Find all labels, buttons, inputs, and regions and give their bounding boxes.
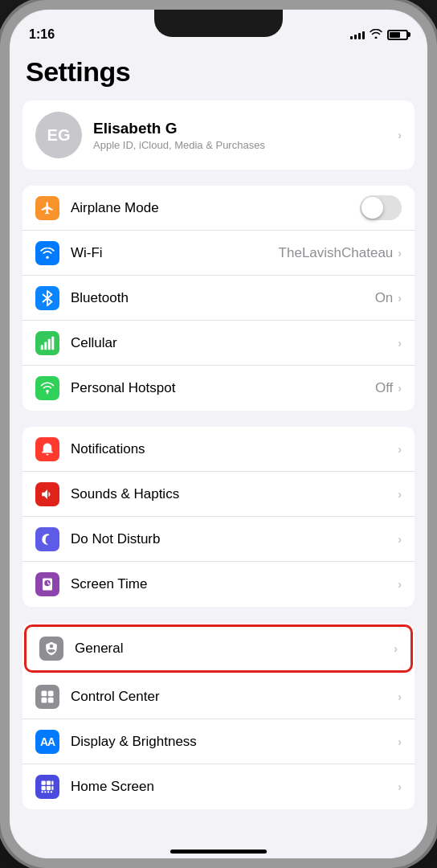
svg-rect-11 xyxy=(51,781,53,785)
screentime-chevron: › xyxy=(398,578,402,591)
wifi-chevron: › xyxy=(398,247,402,260)
display-icon: AA xyxy=(35,730,59,754)
dnd-icon xyxy=(35,527,59,551)
svg-rect-18 xyxy=(51,791,52,792)
svg-rect-0 xyxy=(41,345,43,350)
svg-rect-14 xyxy=(51,786,53,790)
svg-rect-5 xyxy=(42,690,47,696)
profile-chevron: › xyxy=(398,129,402,141)
bluetooth-label: Bluetooth xyxy=(71,290,375,306)
homescreen-icon xyxy=(35,775,59,799)
airplane-mode-row[interactable]: Airplane Mode xyxy=(22,186,415,231)
bluetooth-row[interactable]: Bluetooth On › xyxy=(22,276,415,321)
wifi-status-icon xyxy=(370,28,382,41)
controlcenter-row[interactable]: Control Center › xyxy=(22,674,415,719)
hotspot-label: Personal Hotspot xyxy=(71,380,375,396)
dnd-chevron: › xyxy=(398,533,402,546)
general-row[interactable]: General › xyxy=(24,624,413,673)
home-indicator xyxy=(10,839,427,858)
hotspot-row[interactable]: Personal Hotspot Off › xyxy=(22,366,415,411)
wifi-row[interactable]: Wi-Fi TheLavishChateau › xyxy=(22,231,415,276)
airplane-mode-icon xyxy=(35,196,59,220)
screen: 1:16 xyxy=(10,10,427,858)
profile-section: EG Elisabeth G Apple ID, iCloud, Media &… xyxy=(22,100,415,170)
notifications-icon xyxy=(35,437,59,461)
screentime-icon xyxy=(35,572,59,596)
cellular-icon xyxy=(35,331,59,355)
svg-rect-17 xyxy=(47,791,49,792)
svg-rect-7 xyxy=(42,697,47,702)
svg-rect-13 xyxy=(47,786,51,790)
home-bar xyxy=(170,850,267,854)
controlcenter-label: Control Center xyxy=(71,689,396,705)
svg-rect-15 xyxy=(42,791,43,792)
svg-rect-1 xyxy=(44,342,47,350)
controlcenter-icon xyxy=(35,685,59,709)
homescreen-label: Home Screen xyxy=(71,779,396,795)
dnd-label: Do Not Disturb xyxy=(71,531,396,547)
general-icon xyxy=(39,637,63,661)
system-section: General › Control Center › xyxy=(22,623,415,809)
notifications-section: Notifications › Sounds & Haptics › xyxy=(22,427,415,607)
profile-row[interactable]: EG Elisabeth G Apple ID, iCloud, Media &… xyxy=(22,100,415,170)
hotspot-icon xyxy=(35,376,59,400)
display-chevron: › xyxy=(398,735,402,748)
svg-rect-9 xyxy=(42,781,46,785)
profile-subtitle: Apple ID, iCloud, Media & Purchases xyxy=(93,139,396,151)
profile-info: Elisabeth G Apple ID, iCloud, Media & Pu… xyxy=(93,120,396,151)
display-label: Display & Brightness xyxy=(71,734,396,750)
notch xyxy=(154,10,283,37)
status-time: 1:16 xyxy=(29,27,55,42)
airplane-mode-label: Airplane Mode xyxy=(71,200,360,216)
status-icons xyxy=(350,28,408,41)
dnd-row[interactable]: Do Not Disturb › xyxy=(22,517,415,562)
profile-name: Elisabeth G xyxy=(93,120,396,137)
notifications-chevron: › xyxy=(398,443,402,456)
wifi-icon xyxy=(35,241,59,265)
connectivity-section: Airplane Mode Wi-Fi TheL xyxy=(22,186,415,411)
cellular-label: Cellular xyxy=(71,335,396,351)
wifi-label: Wi-Fi xyxy=(71,245,279,261)
bluetooth-value: On xyxy=(375,290,394,306)
svg-rect-10 xyxy=(47,781,51,785)
controlcenter-chevron: › xyxy=(398,690,402,703)
notifications-row[interactable]: Notifications › xyxy=(22,427,415,472)
svg-rect-6 xyxy=(48,690,54,696)
cellular-row[interactable]: Cellular › xyxy=(22,321,415,366)
screentime-label: Screen Time xyxy=(71,576,396,592)
general-chevron: › xyxy=(394,642,398,655)
signal-icon xyxy=(350,30,365,39)
svg-rect-2 xyxy=(48,338,51,350)
svg-rect-3 xyxy=(51,336,54,350)
bluetooth-chevron: › xyxy=(398,292,402,305)
sounds-label: Sounds & Haptics xyxy=(71,486,396,502)
svg-rect-16 xyxy=(44,791,46,792)
homescreen-row[interactable]: Home Screen › xyxy=(22,764,415,809)
avatar: EG xyxy=(35,112,82,158)
sounds-row[interactable]: Sounds & Haptics › xyxy=(22,472,415,517)
hotspot-value: Off xyxy=(375,380,393,396)
settings-content[interactable]: Settings EG Elisabeth G Apple ID, iCloud… xyxy=(10,50,427,839)
battery-icon xyxy=(387,30,408,40)
svg-rect-12 xyxy=(42,786,46,790)
display-row[interactable]: AA Display & Brightness › xyxy=(22,719,415,764)
sounds-chevron: › xyxy=(398,488,402,501)
cellular-chevron: › xyxy=(398,337,402,350)
wifi-value: TheLavishChateau xyxy=(279,245,394,261)
sounds-icon xyxy=(35,482,59,506)
page-title: Settings xyxy=(10,50,427,100)
phone-frame: 1:16 xyxy=(0,0,437,868)
hotspot-chevron: › xyxy=(398,382,402,395)
svg-rect-8 xyxy=(48,697,54,702)
screentime-row[interactable]: Screen Time › xyxy=(22,562,415,607)
notifications-label: Notifications xyxy=(71,441,396,457)
bluetooth-icon xyxy=(35,286,59,310)
general-label: General xyxy=(75,641,392,657)
homescreen-chevron: › xyxy=(398,780,402,793)
airplane-mode-toggle[interactable] xyxy=(360,195,402,220)
